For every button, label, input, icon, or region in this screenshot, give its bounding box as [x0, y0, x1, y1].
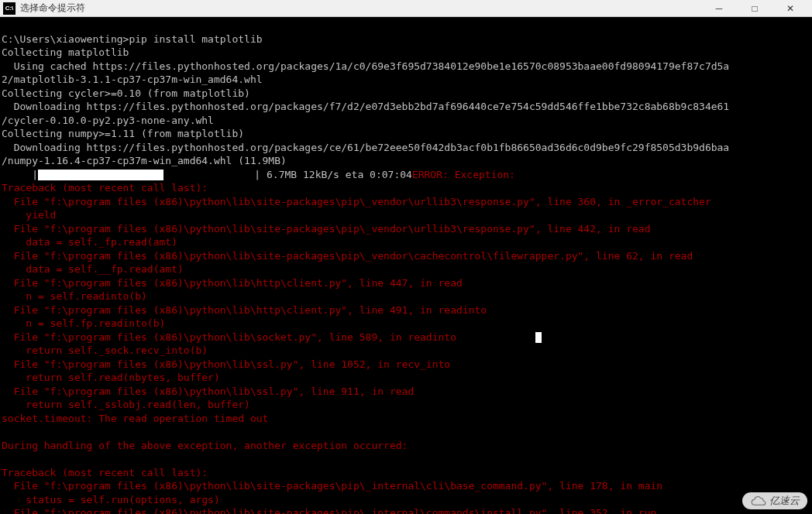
output-line: Downloading https://files.pythonhosted.o…: [2, 101, 729, 112]
error-label: ERROR: Exception:: [412, 169, 515, 180]
traceback-line: File "f:\program files (x86)\python\lib\…: [2, 386, 414, 397]
terminal-output[interactable]: C:\Users\xiaowenting>pip install matplot…: [0, 17, 812, 514]
traceback-line: n = self.fp.readinto(b): [2, 317, 165, 329]
minimize-button[interactable]: ─: [708, 2, 730, 15]
output-line: Collecting cycler>=0.10 (from matplotlib…: [2, 87, 250, 99]
traceback-line: File "f:\program files (x86)\python\lib\…: [2, 250, 693, 262]
traceback-line: Traceback (most recent call last):: [2, 467, 208, 478]
traceback-line: status = self.run(options, args): [2, 494, 220, 505]
traceback-line: data = self.__fp.read(amt): [2, 263, 184, 275]
traceback-line: File "f:\program files (x86)\python\lib\…: [2, 277, 463, 289]
progress-line: | | 6.7MB 12kB/s eta 0:07:04ERROR: Excep…: [2, 169, 515, 180]
window-titlebar: C:\ 选择命令提示符 ─ □ ✕: [0, 0, 812, 17]
output-line: Collecting numpy>=1.11 (from matplotlib): [2, 128, 244, 139]
window-title: 选择命令提示符: [20, 2, 708, 15]
traceback-line: yield: [2, 209, 56, 221]
traceback-line: socket.timeout: The read operation timed…: [2, 413, 268, 424]
output-line: 2/matplotlib-3.1.1-cp37-cp37m-win_amd64.…: [2, 74, 263, 85]
maximize-button[interactable]: □: [744, 2, 766, 15]
output-line: Downloading https://files.pythonhosted.o…: [2, 142, 729, 153]
traceback-line: return self.read(nbytes, buffer): [2, 372, 220, 383]
output-line: /numpy-1.16.4-cp37-cp37m-win_amd64.whl (…: [2, 155, 287, 166]
traceback-line: File "f:\program files (x86)\python\lib\…: [2, 358, 450, 370]
traceback-line: Traceback (most recent call last):: [2, 182, 208, 194]
traceback-line: return self._sslobj.read(len, buffer): [2, 399, 250, 410]
traceback-line: File "f:\program files (x86)\python\lib\…: [2, 331, 542, 343]
prompt-line: C:\Users\xiaowenting>pip install matplot…: [2, 33, 263, 45]
traceback-line: n = self.readinto(b): [2, 290, 147, 302]
traceback-line: During handling of the above exception, …: [2, 440, 408, 451]
close-button[interactable]: ✕: [779, 2, 801, 15]
output-line: /cycler-0.10.0-py2.py3-none-any.whl: [2, 115, 214, 126]
traceback-line: File "f:\program files (x86)\python\lib\…: [2, 223, 650, 235]
output-line: Using cached https://files.pythonhosted.…: [2, 60, 729, 72]
cursor: [535, 332, 542, 343]
traceback-line: return self._sock.recv_into(b): [2, 344, 208, 356]
traceback-line: File "f:\program files (x86)\python\lib\…: [2, 480, 662, 492]
output-line: Collecting matplotlib: [2, 46, 129, 58]
watermark-text: 亿速云: [769, 494, 800, 508]
traceback-line: File "f:\program files (x86)\python\lib\…: [2, 196, 711, 207]
cloud-icon: [750, 495, 767, 506]
traceback-line: File "f:\program files (x86)\python\lib\…: [2, 304, 487, 316]
cmd-icon: C:\: [3, 2, 15, 15]
traceback-line: data = self._fp.read(amt): [2, 236, 177, 248]
traceback-line: File "f:\program files (x86)\python\lib\…: [2, 507, 656, 514]
watermark: 亿速云: [742, 492, 807, 509]
window-controls: ─ □ ✕: [708, 2, 809, 15]
